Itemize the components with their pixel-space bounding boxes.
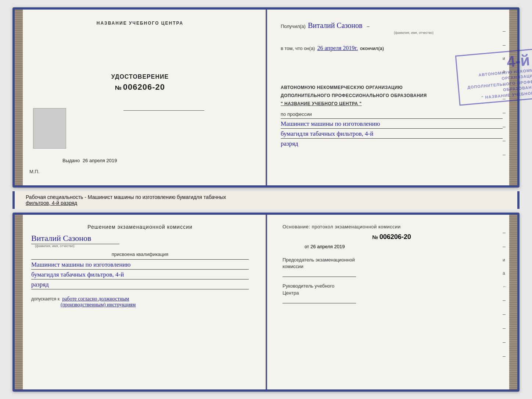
br-dash1: – [503, 229, 507, 235]
br-dash5: – [503, 325, 507, 331]
br-a-mark: а [503, 271, 507, 276]
fio-label-top: (фамилия, имя, отчество) [325, 31, 503, 35]
vydano-line: Выдано 26 апреля 2019 [62, 158, 117, 163]
resheniem-label: Решением экзаменационной комиссии [31, 224, 249, 230]
udost-label: УДОСТОВЕРЕНИЕ [111, 74, 169, 80]
vydano-date: 26 апреля 2019 [83, 158, 117, 163]
stamp-box: 4-й АВТОНОМНУЮ НЕКОММЕРЧЕСКУЮ ОРГАНИЗАЦИ… [455, 44, 532, 106]
predsed-line2: комиссии [283, 263, 501, 270]
protocol-date: 26 апреля 2019 [310, 244, 345, 249]
dash-r2: – [503, 42, 507, 48]
vtom-date: 26 апреля 2019г. [317, 45, 358, 51]
predsed-line1: Председатель экзаменационной [283, 257, 501, 263]
qual-line3: разряд [31, 281, 249, 288]
top-right-page: Получил(а) Виталий Сазонов – (фамилия, и… [266, 10, 517, 185]
profession-line3: разряд [281, 140, 503, 147]
dash-r6: – [503, 138, 507, 143]
dash-r7: – [503, 152, 507, 157]
bottom-right-texture [509, 215, 517, 389]
dopuskaetsya-container: допускается к работе согласно должностны… [31, 296, 249, 308]
training-center-title: НАЗВАНИЕ УЧЕБНОГО ЦЕНТРА [97, 21, 183, 26]
br-dash6: – [503, 339, 507, 345]
recipient-name-top: Виталий Сазонов [308, 21, 363, 30]
br-dash2: – [503, 243, 507, 249]
bottom-left-texture [15, 215, 23, 389]
bottom-right-side-marks: – – и а ← – – – – – [503, 229, 507, 359]
qual-line1: Машинист машины по изготовлению [31, 261, 249, 268]
top-certificate-book: НАЗВАНИЕ УЧЕБНОГО ЦЕНТРА УДОСТОВЕРЕНИЕ №… [12, 7, 520, 188]
middle-strip: Рабочая специальность - Машинист машины … [12, 191, 520, 209]
vtom-label: в том, что он(а) [281, 46, 315, 51]
i-mark: и [503, 56, 507, 61]
osnovaniye-label: Основание: протокол экзаменационной коми… [283, 224, 501, 229]
rukovod-line2: Центра [283, 290, 501, 296]
ot-label: от [305, 244, 309, 249]
middle-text1: Рабочая специальность - Машинист машины … [26, 194, 506, 200]
rukovod-line1: Руководитель учебного [283, 283, 501, 289]
br-arrow-mark: ← [503, 284, 507, 289]
bottom-right-page: Основание: протокол экзаменационной коми… [266, 215, 517, 389]
dash-r3: – [503, 96, 507, 101]
po-professii-label: по профессии [281, 111, 503, 117]
right-side-marks: – – и а ← – – – – – [503, 28, 507, 157]
br-dash3: – [503, 297, 507, 303]
dopuskaetsya-value: работе согласно должностным [62, 296, 129, 302]
prisvoena-label: присвоена квалификация [31, 252, 249, 257]
num-symbol-bottom: № [372, 234, 378, 240]
number-symbol: № [115, 85, 122, 91]
arrow-mark: ← [503, 82, 507, 88]
cert-number-top: 006206-20 [123, 82, 165, 92]
poluchil-label: Получил(а) [281, 24, 306, 29]
qual-line2: бумагидля табачных фильтров, 4-й [31, 271, 249, 278]
mp-label: М.П. [29, 169, 39, 174]
dash-r4: – [503, 110, 507, 115]
profession-line2: бумагидля табачных фильтров, 4-й [281, 130, 503, 138]
vydano-label: Выдано [62, 158, 80, 163]
br-i-mark: и [503, 257, 507, 263]
okonchil-label: окончил(а) [360, 46, 384, 51]
a-mark: а [503, 69, 507, 74]
photo-placeholder [33, 108, 66, 149]
left-texture-strip [15, 10, 23, 185]
dash-r5: – [503, 124, 507, 129]
rukovod-label: Руководитель учебного Центра [283, 283, 501, 296]
middle-text2: фильтров, 4-й разряд [26, 200, 506, 206]
profession-line1: Машинист машины по изготовлению [281, 120, 503, 128]
dash-r1: – [503, 28, 507, 34]
dopuskaetsya-value2: (производственным) инструкциям [61, 302, 249, 308]
br-dash7: – [503, 353, 507, 359]
dash-poluchil: – [367, 24, 370, 29]
protocol-number: 006206-20 [380, 233, 411, 241]
br-dash4: – [503, 311, 507, 317]
bottom-certificate-book: Решением экзаменационной комиссии Витали… [12, 213, 520, 392]
dopuskaetsya-label: допускается к [31, 296, 60, 302]
fio-label-bottom: (фамилия, имя, отчество) [31, 244, 249, 248]
bottom-left-page: Решением экзаменационной комиссии Витали… [15, 215, 266, 389]
top-left-page: НАЗВАНИЕ УЧЕБНОГО ЦЕНТРА УДОСТОВЕРЕНИЕ №… [15, 10, 266, 185]
predsed-label: Председатель экзаменационной комиссии [283, 257, 501, 270]
recipient-name-bottom: Виталий Сазонов [31, 234, 249, 243]
